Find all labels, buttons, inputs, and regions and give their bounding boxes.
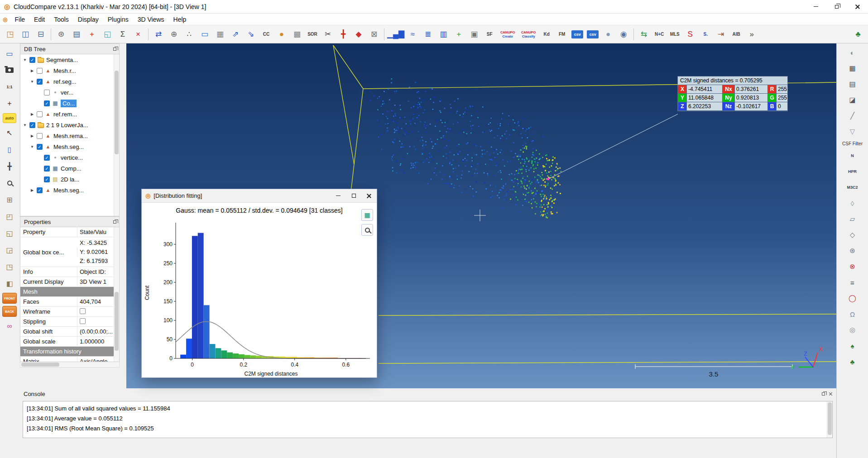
console-output[interactable]: [13:34:01] Sum of all valid squared valu… <box>23 401 833 438</box>
tree-item-mesh-r[interactable]: ▶▲Mesh.r... <box>20 65 119 76</box>
facets-button[interactable]: FM <box>555 28 569 41</box>
settings-gear-icon[interactable]: ⊛ <box>54 28 68 41</box>
display-options-button[interactable]: ▭ <box>2 46 17 61</box>
restore-button[interactable] <box>826 0 847 14</box>
layers-button[interactable]: ≡ <box>846 276 859 289</box>
front-view-button[interactable]: FRONT <box>2 293 17 304</box>
collapse-arrow-icon[interactable]: ▼ <box>29 145 35 149</box>
kd-tree-button[interactable]: Kd <box>539 28 554 41</box>
back-view-button[interactable]: BACK <box>2 306 17 317</box>
apply-scale-button[interactable]: ▭ <box>197 28 212 41</box>
subsample-button[interactable]: ∴ <box>182 28 197 41</box>
dialog-titlebar[interactable]: ◎ [Distribution fitting] <box>142 189 377 203</box>
tree-item-ver[interactable]: ●ver... <box>20 87 119 98</box>
properties-toggle-button[interactable]: ▤ <box>69 28 84 41</box>
point-cloud[interactable] <box>369 78 561 218</box>
properties-hscrollbar[interactable] <box>20 362 120 367</box>
visibility-checkbox[interactable]: ✓ <box>29 57 35 63</box>
console-toggle-button[interactable]: ▯ <box>2 142 17 157</box>
pan-button[interactable]: ╋ <box>2 159 17 173</box>
undock-icon[interactable] <box>113 48 116 51</box>
expand-arrow-icon[interactable]: ▶ <box>29 112 35 116</box>
translate-rotate-button[interactable]: ╋ <box>336 28 350 41</box>
dialog-close-button[interactable] <box>361 189 377 203</box>
m3c2-plugin-button[interactable]: M3C2 <box>846 181 859 194</box>
gear-red-button[interactable]: ⊗ <box>846 260 859 273</box>
statistics-button[interactable]: ▥ <box>436 28 451 41</box>
sphere-render-button[interactable]: ◉ <box>616 28 631 41</box>
profile-button[interactable]: ≣ <box>421 28 435 41</box>
export-plugin-button[interactable]: ⇥ <box>714 28 728 41</box>
tree-item-vertice[interactable]: ✓●vertice... <box>20 152 119 163</box>
open-button[interactable]: ◳ <box>3 28 17 41</box>
spline-button[interactable]: S <box>683 28 697 41</box>
align-button[interactable]: ⊕ <box>167 28 181 41</box>
canupo-classify-button[interactable]: CANUPOClassify <box>518 28 538 41</box>
csf-filter-button[interactable]: ▽ <box>846 125 859 138</box>
hpr-button[interactable]: HPR <box>846 165 859 178</box>
expand-arrow-icon[interactable]: ▶ <box>29 134 35 138</box>
close-console-icon[interactable] <box>829 392 833 396</box>
menu-file[interactable]: File <box>10 14 29 24</box>
merge-button[interactable]: Σ <box>115 28 130 41</box>
shield-button[interactable]: ◊ <box>846 197 859 210</box>
bottom-view-button[interactable]: ◳ <box>2 259 17 274</box>
visibility-checkbox[interactable]: ✓ <box>37 79 43 85</box>
minimize-button[interactable] <box>806 0 826 14</box>
m3c2-button[interactable]: ⇆ <box>637 28 651 41</box>
normals-compute-button[interactable]: N+C <box>652 28 667 41</box>
expand-arrow-icon[interactable]: ▶ <box>29 188 35 192</box>
toolbar-overflow-button[interactable]: » <box>744 28 759 41</box>
wireframe-checkbox[interactable] <box>80 308 86 314</box>
sf-arithmetic-button[interactable]: SF <box>482 28 497 41</box>
iso-view-button[interactable]: ⊞ <box>2 192 17 207</box>
iso2-view-button[interactable]: ◧ <box>2 276 17 291</box>
tree-item-2d-la[interactable]: ✓▤2D la... <box>20 174 119 185</box>
tree-item-mesh-seg[interactable]: ▶✓▲Mesh.seg... <box>20 185 119 196</box>
pick-tool-button[interactable]: ⊠ <box>367 28 381 41</box>
menu-tools[interactable]: Tools <box>49 14 73 24</box>
undock-icon[interactable] <box>822 392 825 396</box>
stippling-checkbox[interactable] <box>80 318 86 324</box>
visibility-checkbox[interactable] <box>44 90 50 95</box>
visibility-checkbox[interactable]: ✓ <box>44 166 50 172</box>
sketch-button[interactable]: S. <box>698 28 713 41</box>
tree-item-mesh-seg[interactable]: ▼✓▲Mesh.seg... <box>20 141 119 152</box>
tree-item-co[interactable]: ✓▦Co... <box>20 98 119 109</box>
apply-transformation-button[interactable]: + <box>85 28 99 41</box>
forest-plugin-button[interactable]: ♣ <box>846 355 859 368</box>
visibility-checkbox[interactable]: ✓ <box>44 155 50 161</box>
hough-normals-button[interactable]: ◇ <box>846 229 859 241</box>
delete-button[interactable]: × <box>131 28 145 41</box>
save-button[interactable]: ◫ <box>18 28 33 41</box>
visibility-checkbox[interactable] <box>37 111 43 117</box>
menu-edit[interactable]: Edit <box>29 14 49 24</box>
menu-help[interactable]: Help <box>169 14 191 24</box>
collapse-arrow-icon[interactable]: ▼ <box>29 80 35 84</box>
scrollbar-thumb[interactable] <box>828 402 832 435</box>
visibility-checkbox[interactable] <box>37 133 43 139</box>
visibility-checkbox[interactable]: ✓ <box>44 177 50 182</box>
tree-item-ref-seg[interactable]: ▼✓▲ref.seg... <box>20 76 119 87</box>
scrollbar-thumb[interactable] <box>21 363 59 367</box>
menu-plugins[interactable]: Plugins <box>103 14 133 24</box>
mls-smoothing-button[interactable]: MLS <box>667 28 682 41</box>
rasterize-button[interactable]: ▩ <box>290 28 304 41</box>
clean-button[interactable]: ╱ <box>846 110 859 122</box>
visibility-checkbox[interactable]: ✓ <box>37 144 43 150</box>
magnet-align-button[interactable]: Ω <box>846 308 859 320</box>
treeiso-plugin-button[interactable]: ♠ <box>846 339 859 352</box>
dialog-maximize-button[interactable] <box>346 189 361 203</box>
expand-arrow-icon[interactable]: ▶ <box>29 69 35 73</box>
undock-icon[interactable] <box>113 220 116 224</box>
csv-matrix-button[interactable]: csv <box>587 30 599 38</box>
tree-item-segmenta[interactable]: ▼✓Segmenta... <box>20 54 119 65</box>
clone-button[interactable]: ◱ <box>100 28 115 41</box>
tree-item-ref-rem[interactable]: ▶▲ref.rem... <box>20 109 119 119</box>
ransac-button[interactable]: ⊛ <box>846 244 859 257</box>
shader-button[interactable]: ◐ <box>846 46 859 59</box>
scrollbar-thumb[interactable] <box>115 71 119 155</box>
tree-item-2-1-9-lowerja[interactable]: ▼✓2 1 9 LowerJa... <box>20 119 119 130</box>
properties-vscrollbar[interactable] <box>114 227 119 362</box>
register-button[interactable]: ⇄ <box>151 28 166 41</box>
